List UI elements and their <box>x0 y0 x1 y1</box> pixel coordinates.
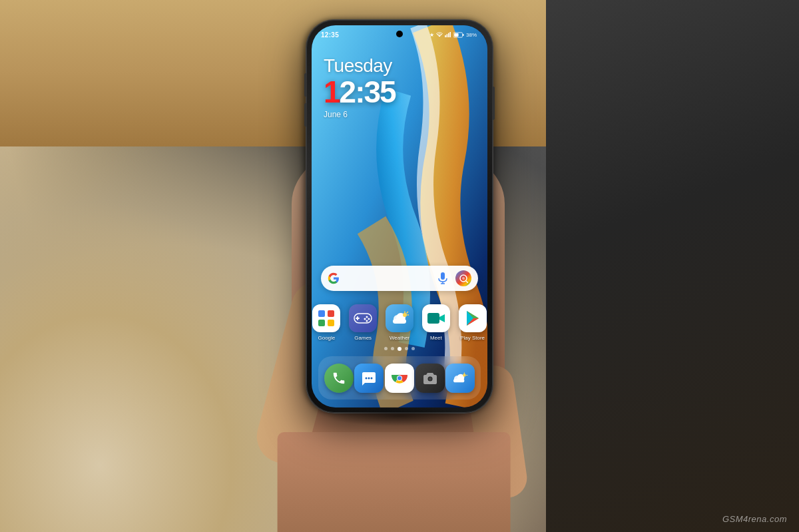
svg-rect-4 <box>449 32 451 37</box>
svg-rect-44 <box>453 378 464 382</box>
date-display: June 6 <box>324 110 396 119</box>
time-rest: 2:35 <box>340 75 396 109</box>
phone-device: 12:35 ★ <box>306 20 493 413</box>
app-games[interactable]: Games <box>348 304 378 341</box>
dock-weather[interactable] <box>445 364 475 393</box>
lens-symbol <box>459 274 468 283</box>
datetime-widget: Tuesday 12:35 June 6 <box>324 55 396 119</box>
battery-percent: 38% <box>466 32 477 38</box>
svg-line-31 <box>407 312 408 314</box>
dark-right <box>546 0 799 532</box>
google-app-icon[interactable] <box>312 304 340 332</box>
dock-camera[interactable] <box>415 364 445 393</box>
app-google[interactable]: Google <box>312 304 342 341</box>
svg-point-35 <box>371 377 373 379</box>
playstore-app-label: Play Store <box>460 335 485 341</box>
svg-line-12 <box>466 281 468 283</box>
app-weather[interactable]: Weather <box>385 304 415 341</box>
svg-rect-15 <box>328 310 334 317</box>
messages-icon <box>361 371 377 386</box>
svg-point-22 <box>368 318 370 320</box>
svg-point-23 <box>364 318 366 320</box>
dot-3-active <box>398 347 401 351</box>
phone-shadow <box>326 406 473 426</box>
dot-2 <box>391 347 394 350</box>
google-grid-icon <box>318 310 335 327</box>
voice-search-icon[interactable] <box>437 272 449 284</box>
phone-outer-shell: 12:35 ★ <box>306 20 493 413</box>
bottom-hand <box>278 432 511 532</box>
phone-icon <box>332 371 346 386</box>
dock-messages[interactable] <box>354 364 384 393</box>
chrome-icon <box>391 370 408 387</box>
svg-rect-27 <box>393 319 406 324</box>
app-row: Google Ga <box>312 304 487 341</box>
svg-rect-14 <box>318 310 325 317</box>
battery-icon <box>453 32 464 38</box>
svg-rect-1 <box>445 35 446 37</box>
app-meet[interactable]: Meet <box>421 304 451 341</box>
svg-rect-16 <box>318 320 325 326</box>
svg-point-41 <box>428 377 431 380</box>
google-search-bar[interactable] <box>321 266 478 291</box>
signal-icon <box>445 32 451 37</box>
google-app-label: Google <box>318 335 336 341</box>
weather-app-label: Weather <box>390 335 409 341</box>
front-camera <box>396 31 403 37</box>
games-app-label: Games <box>354 335 372 341</box>
svg-rect-32 <box>427 313 439 324</box>
svg-rect-2 <box>447 34 448 37</box>
dot-1 <box>384 347 388 350</box>
svg-point-21 <box>366 316 368 318</box>
weather-app-icon[interactable] <box>386 304 413 332</box>
gamepad-icon <box>354 312 372 325</box>
svg-point-13 <box>462 277 465 280</box>
meet-app-icon[interactable] <box>422 304 450 332</box>
phone-screen: 12:35 ★ <box>312 25 487 407</box>
svg-point-28 <box>403 313 407 317</box>
dock-phone[interactable] <box>324 364 354 393</box>
svg-rect-8 <box>441 272 445 280</box>
svg-rect-6 <box>463 33 464 35</box>
playstore-icon <box>464 310 481 327</box>
weather-cloud-icon <box>390 310 409 326</box>
app-playstore[interactable]: Play Store <box>457 304 487 341</box>
dock-chrome[interactable] <box>385 364 414 393</box>
dot-5 <box>411 347 415 350</box>
day-of-week: Tuesday <box>324 55 396 77</box>
google-lens-icon[interactable] <box>455 270 471 286</box>
svg-point-24 <box>366 320 368 322</box>
svg-point-39 <box>398 376 401 380</box>
games-app-icon[interactable] <box>349 304 377 332</box>
status-icons-group: ★ <box>429 32 477 38</box>
dock-weather-icon <box>451 372 469 385</box>
camera-icon <box>422 372 438 385</box>
page-dots <box>312 347 487 351</box>
svg-rect-7 <box>454 33 458 37</box>
svg-rect-17 <box>328 320 334 326</box>
app-dock <box>318 356 481 399</box>
google-g-logo <box>328 272 340 284</box>
svg-rect-3 <box>448 33 449 37</box>
svg-point-45 <box>463 374 466 377</box>
clock-display: 12:35 <box>324 77 396 107</box>
wifi-icon <box>436 32 443 37</box>
playstore-app-icon[interactable] <box>459 304 487 332</box>
meet-icon <box>427 312 445 325</box>
svg-point-33 <box>366 377 368 379</box>
dot-4 <box>405 347 408 350</box>
time-first-digit: 1 <box>324 75 340 109</box>
meet-app-label: Meet <box>430 335 442 341</box>
site-watermark: GSM4rena.com <box>722 514 787 524</box>
svg-point-34 <box>368 377 370 379</box>
bluetooth-icon: ★ <box>429 32 434 38</box>
status-time: 12:35 <box>321 31 339 39</box>
